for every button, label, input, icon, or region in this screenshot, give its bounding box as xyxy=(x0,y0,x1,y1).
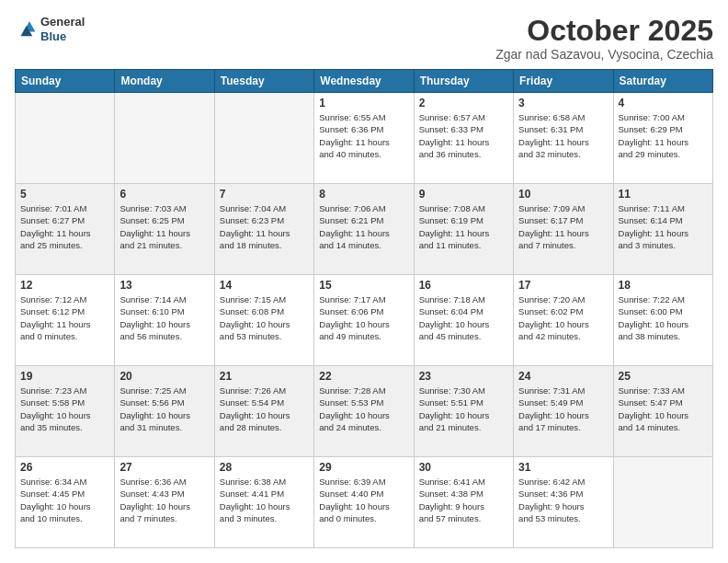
day-info: Sunrise: 7:31 AM Sunset: 5:49 PM Dayligh… xyxy=(518,385,608,433)
day-info: Sunrise: 6:34 AM Sunset: 4:45 PM Dayligh… xyxy=(20,476,109,524)
calendar-day-cell: 16Sunrise: 7:18 AM Sunset: 6:04 PM Dayli… xyxy=(414,275,513,366)
day-number: 22 xyxy=(319,370,408,383)
calendar-day-cell: 10Sunrise: 7:09 AM Sunset: 6:17 PM Dayli… xyxy=(514,184,613,275)
day-info: Sunrise: 7:33 AM Sunset: 5:47 PM Dayligh… xyxy=(619,385,708,433)
day-info: Sunrise: 7:12 AM Sunset: 6:12 PM Dayligh… xyxy=(20,293,109,342)
day-info: Sunrise: 7:25 AM Sunset: 5:56 PM Dayligh… xyxy=(119,385,209,433)
calendar-day-cell: 3Sunrise: 6:58 AM Sunset: 6:31 PM Daylig… xyxy=(514,93,613,184)
day-number: 30 xyxy=(419,461,508,474)
day-number: 28 xyxy=(220,461,309,474)
weekday-header-friday: Friday xyxy=(514,70,613,93)
calendar-day-cell: 31Sunrise: 6:42 AM Sunset: 4:36 PM Dayli… xyxy=(514,457,613,548)
day-info: Sunrise: 7:03 AM Sunset: 6:25 PM Dayligh… xyxy=(119,202,209,251)
calendar-day-cell: 21Sunrise: 7:26 AM Sunset: 5:54 PM Dayli… xyxy=(214,366,313,457)
day-info: Sunrise: 7:01 AM Sunset: 6:27 PM Dayligh… xyxy=(20,202,109,251)
day-info: Sunrise: 6:58 AM Sunset: 6:31 PM Dayligh… xyxy=(518,111,608,160)
day-number: 16 xyxy=(419,279,508,292)
day-info: Sunrise: 7:28 AM Sunset: 5:53 PM Dayligh… xyxy=(319,385,408,433)
day-info: Sunrise: 6:42 AM Sunset: 4:36 PM Dayligh… xyxy=(518,476,608,524)
calendar-day-cell: 9Sunrise: 7:08 AM Sunset: 6:19 PM Daylig… xyxy=(414,184,513,275)
day-info: Sunrise: 6:55 AM Sunset: 6:36 PM Dayligh… xyxy=(319,111,408,160)
page: General Blue October 2025 Zgar nad Sazav… xyxy=(0,0,728,563)
calendar-day-cell xyxy=(16,93,115,184)
calendar-day-cell: 5Sunrise: 7:01 AM Sunset: 6:27 PM Daylig… xyxy=(16,184,115,275)
day-number: 15 xyxy=(319,279,408,292)
day-number: 23 xyxy=(419,370,508,383)
calendar-week-row: 5Sunrise: 7:01 AM Sunset: 6:27 PM Daylig… xyxy=(16,184,713,275)
calendar-day-cell: 12Sunrise: 7:12 AM Sunset: 6:12 PM Dayli… xyxy=(16,275,115,366)
month-title: October 2025 xyxy=(495,15,713,47)
calendar-day-cell: 22Sunrise: 7:28 AM Sunset: 5:53 PM Dayli… xyxy=(314,366,414,457)
calendar-week-row: 12Sunrise: 7:12 AM Sunset: 6:12 PM Dayli… xyxy=(16,275,713,366)
day-number: 18 xyxy=(619,279,708,292)
weekday-header-sunday: Sunday xyxy=(16,70,115,93)
logo-blue: Blue xyxy=(40,29,85,44)
day-number: 19 xyxy=(20,370,109,383)
day-number: 7 xyxy=(220,188,309,201)
day-number: 25 xyxy=(619,370,708,383)
calendar-day-cell: 8Sunrise: 7:06 AM Sunset: 6:21 PM Daylig… xyxy=(314,184,414,275)
calendar-day-cell: 2Sunrise: 6:57 AM Sunset: 6:33 PM Daylig… xyxy=(414,93,513,184)
day-number: 6 xyxy=(119,188,209,201)
weekday-header-tuesday: Tuesday xyxy=(214,70,313,93)
calendar-day-cell: 4Sunrise: 7:00 AM Sunset: 6:29 PM Daylig… xyxy=(613,93,712,184)
day-info: Sunrise: 6:38 AM Sunset: 4:41 PM Dayligh… xyxy=(220,476,309,524)
calendar-week-row: 19Sunrise: 7:23 AM Sunset: 5:58 PM Dayli… xyxy=(16,366,713,457)
calendar-day-cell: 24Sunrise: 7:31 AM Sunset: 5:49 PM Dayli… xyxy=(514,366,613,457)
calendar-day-cell: 13Sunrise: 7:14 AM Sunset: 6:10 PM Dayli… xyxy=(115,275,214,366)
weekday-header-thursday: Thursday xyxy=(414,70,513,93)
calendar-day-cell: 14Sunrise: 7:15 AM Sunset: 6:08 PM Dayli… xyxy=(214,275,313,366)
logo-icon xyxy=(15,18,37,40)
calendar-week-row: 26Sunrise: 6:34 AM Sunset: 4:45 PM Dayli… xyxy=(16,457,713,548)
day-info: Sunrise: 7:15 AM Sunset: 6:08 PM Dayligh… xyxy=(220,293,309,342)
weekday-header-monday: Monday xyxy=(115,70,214,93)
title-section: October 2025 Zgar nad Sazavou, Vysocina,… xyxy=(495,15,713,62)
calendar-day-cell: 30Sunrise: 6:41 AM Sunset: 4:38 PM Dayli… xyxy=(414,457,513,548)
calendar-day-cell: 18Sunrise: 7:22 AM Sunset: 6:00 PM Dayli… xyxy=(613,275,712,366)
day-info: Sunrise: 6:36 AM Sunset: 4:43 PM Dayligh… xyxy=(119,476,209,524)
calendar-day-cell xyxy=(613,457,712,548)
logo: General Blue xyxy=(15,15,85,43)
day-number: 29 xyxy=(319,461,408,474)
calendar-day-cell: 20Sunrise: 7:25 AM Sunset: 5:56 PM Dayli… xyxy=(115,366,214,457)
day-info: Sunrise: 7:22 AM Sunset: 6:00 PM Dayligh… xyxy=(619,293,708,342)
day-number: 12 xyxy=(20,279,109,292)
day-info: Sunrise: 6:39 AM Sunset: 4:40 PM Dayligh… xyxy=(319,476,408,524)
day-info: Sunrise: 7:17 AM Sunset: 6:06 PM Dayligh… xyxy=(319,293,408,342)
calendar-day-cell: 27Sunrise: 6:36 AM Sunset: 4:43 PM Dayli… xyxy=(115,457,214,548)
day-info: Sunrise: 7:18 AM Sunset: 6:04 PM Dayligh… xyxy=(419,293,508,342)
day-number: 5 xyxy=(20,188,109,201)
day-info: Sunrise: 7:09 AM Sunset: 6:17 PM Dayligh… xyxy=(518,202,608,251)
day-info: Sunrise: 7:08 AM Sunset: 6:19 PM Dayligh… xyxy=(419,202,508,251)
day-number: 4 xyxy=(619,97,708,109)
day-info: Sunrise: 7:14 AM Sunset: 6:10 PM Dayligh… xyxy=(119,293,209,342)
day-number: 9 xyxy=(419,188,508,201)
calendar-day-cell: 11Sunrise: 7:11 AM Sunset: 6:14 PM Dayli… xyxy=(613,184,712,275)
calendar-day-cell: 29Sunrise: 6:39 AM Sunset: 4:40 PM Dayli… xyxy=(314,457,414,548)
day-info: Sunrise: 6:41 AM Sunset: 4:38 PM Dayligh… xyxy=(419,476,508,524)
day-number: 3 xyxy=(518,97,608,109)
logo-general: General xyxy=(40,15,85,29)
header: General Blue October 2025 Zgar nad Sazav… xyxy=(15,15,713,62)
calendar-header: SundayMondayTuesdayWednesdayThursdayFrid… xyxy=(16,70,713,93)
calendar-day-cell: 23Sunrise: 7:30 AM Sunset: 5:51 PM Dayli… xyxy=(414,366,513,457)
day-info: Sunrise: 7:30 AM Sunset: 5:51 PM Dayligh… xyxy=(419,385,508,433)
calendar-day-cell: 1Sunrise: 6:55 AM Sunset: 6:36 PM Daylig… xyxy=(314,93,414,184)
calendar-day-cell: 17Sunrise: 7:20 AM Sunset: 6:02 PM Dayli… xyxy=(514,275,613,366)
day-number: 1 xyxy=(319,97,408,109)
day-number: 20 xyxy=(119,370,209,383)
calendar-day-cell xyxy=(115,93,214,184)
day-number: 8 xyxy=(319,188,408,201)
day-number: 31 xyxy=(518,461,608,474)
logo-text: General Blue xyxy=(40,15,85,43)
calendar-body: 1Sunrise: 6:55 AM Sunset: 6:36 PM Daylig… xyxy=(16,93,713,548)
day-number: 14 xyxy=(220,279,309,292)
day-number: 2 xyxy=(419,97,508,109)
day-number: 11 xyxy=(619,188,708,201)
day-info: Sunrise: 7:11 AM Sunset: 6:14 PM Dayligh… xyxy=(619,202,708,251)
day-info: Sunrise: 7:00 AM Sunset: 6:29 PM Dayligh… xyxy=(619,111,708,160)
day-number: 27 xyxy=(119,461,209,474)
calendar-table: SundayMondayTuesdayWednesdayThursdayFrid… xyxy=(15,69,713,548)
day-number: 13 xyxy=(119,279,209,292)
location-subtitle: Zgar nad Sazavou, Vysocina, Czechia xyxy=(495,47,713,62)
